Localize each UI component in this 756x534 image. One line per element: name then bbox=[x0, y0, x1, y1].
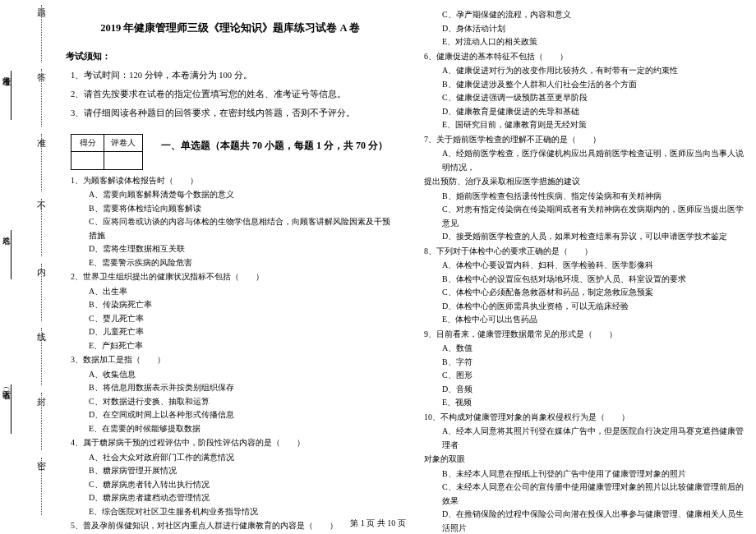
question-9: 9、目前看来，健康管理数据最常见的形式是（ ） bbox=[424, 328, 748, 342]
option: A、需要向顾客解释清楚每个数据的意义 bbox=[89, 188, 394, 202]
option: A、出生率 bbox=[89, 285, 394, 299]
option: C、应将问卷或访谈的内容与体检的生物学信息相结合，向顾客讲解风险因素及干预措施 bbox=[89, 215, 394, 242]
side-label-ticket: 准考证号 bbox=[0, 71, 12, 120]
column-right: C、孕产期保健的流程，内容和意义 D、身体活动计划 E、对流动人口的相关政策 6… bbox=[419, 8, 748, 534]
option: E、国研究目前，健康教育则是无经对策 bbox=[442, 118, 748, 132]
option: A、经婚前医学检查，医疗保健机构应出具婚前医学检查证明，医师应当向当事人说明情况… bbox=[442, 147, 748, 174]
option-cont: 提出预防、治疗及采取相应医学措施的建议 bbox=[424, 175, 748, 189]
option: A、数值 bbox=[442, 342, 748, 356]
question-8: 8、下列对于体检中心的要求正确的是（ ） bbox=[424, 245, 748, 259]
page-content: 2019 年健康管理师三级《理论知识》题库练习试卷 A 卷 考试须知： 1、考试… bbox=[66, 8, 748, 534]
option: E、综合医院对社区卫生服务机构业务指导情况 bbox=[89, 505, 394, 519]
option: A、收集信息 bbox=[89, 368, 394, 382]
question-2: 2、世界卫生组织提出的健康状况指标不包括（ ） bbox=[71, 270, 394, 284]
option: E、体检中心可以出售药品 bbox=[442, 313, 748, 327]
option: A、社会大众对政府部门工作的满意情况 bbox=[89, 451, 394, 465]
question-3: 3、数据加工是指（ ） bbox=[71, 353, 394, 367]
binding-margin: 题 答 准 不 内 线 封 密 bbox=[25, 0, 58, 518]
notice-heading: 考试须知： bbox=[66, 48, 394, 63]
option: D、糖尿病患者建档动态管理情况 bbox=[89, 491, 394, 505]
column-left: 2019 年健康管理师三级《理论知识》题库练习试卷 A 卷 考试须知： 1、考试… bbox=[66, 8, 394, 534]
question-4: 4、属于糖尿病干预的过程评估中，阶段性评估内容的是（ ） bbox=[71, 436, 394, 450]
score-col-score: 得分 bbox=[71, 134, 104, 152]
option: D、身体活动计划 bbox=[442, 22, 748, 36]
option: D、接受婚前医学检查的人员，如果对检查结果有异议，可以申请医学技术鉴定 bbox=[442, 230, 748, 244]
option: E、对流动人口的相关政策 bbox=[442, 35, 748, 49]
side-label-province: 省（市区） bbox=[0, 384, 12, 434]
option: E、产妇死亡率 bbox=[89, 339, 394, 353]
option: D、健康教育是健康促进的先导和基础 bbox=[442, 105, 748, 119]
option: B、婚前医学检查包括遗传性疾病、指定传染病和有关精神病 bbox=[442, 190, 748, 204]
option: B、传染病死亡率 bbox=[89, 298, 394, 312]
notice-item: 1、考试时间：120 分钟，本卷满分为 100 分。 bbox=[71, 68, 394, 82]
question-1: 1、为顾客解读体检报告时（ ） bbox=[71, 174, 394, 188]
option: B、糖尿病管理开展情况 bbox=[89, 464, 394, 478]
option: A、健康促进对行为的改变作用比较持久，有时带有一定的约束性 bbox=[442, 64, 748, 78]
option: E、在需要的时候能够提取数据 bbox=[89, 422, 394, 436]
score-col-grader: 评卷人 bbox=[104, 134, 143, 152]
question-10: 10、不构成对健康管理对象的肖象权侵权行为是（ ） bbox=[424, 411, 748, 425]
notice-item: 3、请仔细阅读各种题目的回答要求，在密封线内答题，否则不予评分。 bbox=[71, 106, 394, 120]
option: B、体检中心的设置应包括对场地环境、医护人员、科室设置的要求 bbox=[442, 273, 748, 287]
option: D、体检中心的医师需具执业资格，可以无临床经验 bbox=[442, 300, 748, 314]
notice-item: 2、请首先按要求在试卷的指定位置填写您的姓名、准考证号等信息。 bbox=[71, 87, 394, 101]
option: A、经本人同意将其照片刊登在媒体广告中，但是医院自行决定用马赛克遮挡健康管理者 bbox=[442, 425, 748, 452]
option: C、图形 bbox=[442, 369, 748, 383]
side-label-strip: 省（市区） 姓名 准考证号 bbox=[0, 0, 23, 518]
option: C、对患有指定传染病在传染期间或者有关精神病在发病期内的，医师应当提出医学意见 bbox=[442, 203, 748, 230]
score-box: 得分 评卷人 bbox=[71, 134, 143, 170]
option: D、需将生理数据相互关联 bbox=[89, 242, 394, 256]
option: D、儿童死亡率 bbox=[89, 325, 394, 339]
option: A、体检中心要设置内科、妇科、医学检验科、医学影像科 bbox=[442, 259, 748, 273]
option: B、需要将体检结论向顾客解读 bbox=[89, 202, 394, 216]
exam-title: 2019 年健康管理师三级《理论知识》题库练习试卷 A 卷 bbox=[66, 20, 394, 37]
option: C、未经本人同意在公司的宣传册中使用健康管理对象的照片以比较健康管理前后的效果 bbox=[442, 481, 748, 508]
option: E、需要警示疾病的风险危害 bbox=[89, 256, 394, 270]
option: C、对数据进行变换、抽取和运算 bbox=[89, 395, 394, 409]
page-footer: 第 1 页 共 10 页 bbox=[0, 518, 756, 529]
option: D、在空间或时间上以各种形式传播信息 bbox=[89, 408, 394, 422]
option: B、字符 bbox=[442, 356, 748, 370]
question-7: 7、关于婚前医学检查的理解不正确的是（ ） bbox=[424, 133, 748, 147]
section-1-title: 一、单选题（本题共 70 小题，每题 1 分，共 70 分） bbox=[161, 138, 388, 154]
side-label-name: 姓名 bbox=[0, 230, 12, 279]
option: C、体检中心必须配备急救器材和药品，制定急救应急预案 bbox=[442, 286, 748, 300]
question-6: 6、健康促进的基本特征不包括（ ） bbox=[424, 50, 748, 64]
option: D、音频 bbox=[442, 383, 748, 397]
option-cont: 对象的双眼 bbox=[424, 453, 748, 467]
option: E、视频 bbox=[442, 396, 748, 410]
option: C、孕产期保健的流程，内容和意义 bbox=[442, 8, 748, 22]
option: C、糖尿病患者转入转出执行情况 bbox=[89, 478, 394, 492]
option: C、婴儿死亡率 bbox=[89, 312, 394, 326]
option: B、未经本人同意在报纸上刊登的广告中使用了健康管理对象的照片 bbox=[442, 467, 748, 481]
option: C、健康促进强调一级预防甚至更早阶段 bbox=[442, 91, 748, 105]
option: B、健康促进涉及整个人群和人们社会生活的各个方面 bbox=[442, 78, 748, 92]
option: B、将信息用数据表示并按类别组织保存 bbox=[89, 381, 394, 395]
